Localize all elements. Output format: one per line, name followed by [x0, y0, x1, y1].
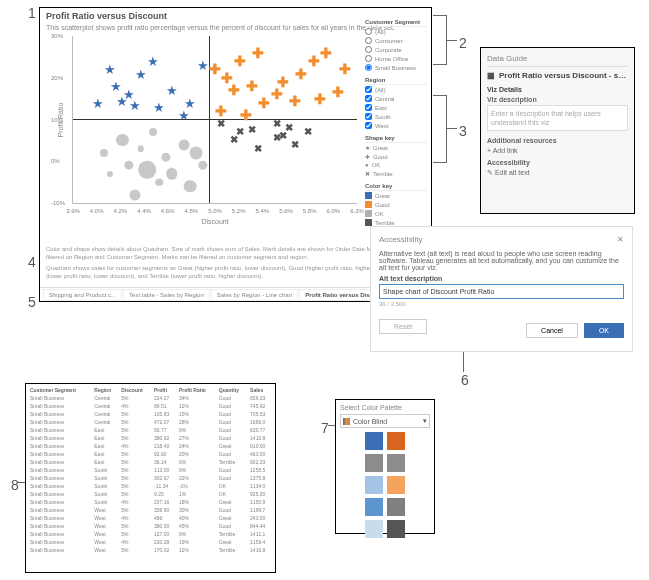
segment-item[interactable]: Small Business	[365, 63, 427, 72]
table-row[interactable]: Small BusinessSouth5%302.6722%Good1375.8	[28, 474, 273, 482]
mark-terrible[interactable]: ✖	[254, 144, 262, 154]
mark-ok[interactable]	[138, 145, 145, 152]
table-row[interactable]: Small BusinessWest5%359.9030%Good1199.7	[28, 506, 273, 514]
mark-terrible[interactable]: ✖	[248, 125, 256, 135]
mark-great[interactable]: ★	[104, 63, 116, 76]
checkbox[interactable]	[365, 95, 372, 102]
segment-item[interactable]: Consumer	[365, 36, 427, 45]
mark-ok[interactable]	[129, 189, 140, 200]
mark-terrible[interactable]: ✖	[304, 127, 312, 137]
table-row[interactable]: Small BusinessWest5%127.009%Terrible1411…	[28, 530, 273, 538]
palette-swatch[interactable]	[365, 432, 383, 450]
mark-good[interactable]: ✚	[339, 62, 351, 76]
region-item[interactable]: West	[365, 121, 427, 130]
table-row[interactable]: Small BusinessCentral4%89.5112%Good745.9…	[28, 402, 273, 410]
table-row[interactable]: Small BusinessWest4%48640%Great243.00	[28, 514, 273, 522]
palette-swatch[interactable]	[365, 476, 383, 494]
radio[interactable]	[365, 46, 372, 53]
palette-swatch[interactable]	[365, 454, 383, 472]
mark-good[interactable]: ✚	[308, 54, 320, 68]
palette-swatch[interactable]	[387, 498, 405, 516]
guide-desc-input[interactable]: Enter a description that helps users und…	[487, 105, 628, 131]
mark-good[interactable]: ✚	[314, 92, 326, 106]
table-row[interactable]: Small BusinessCentral5%472.0728%Good1686…	[28, 418, 273, 426]
table-row[interactable]: Small BusinessEast5%92.6020%Good463.00	[28, 450, 273, 458]
mark-great[interactable]: ★	[178, 109, 190, 122]
mark-ok[interactable]	[166, 168, 178, 180]
palette-swatch[interactable]	[387, 454, 405, 472]
mark-ok[interactable]	[156, 178, 163, 185]
mark-great[interactable]: ★	[110, 80, 122, 93]
tab[interactable]: Shipping and Product c...	[43, 289, 122, 301]
mark-ok[interactable]	[179, 139, 190, 150]
tab[interactable]: Text table - Sales by Region	[123, 289, 210, 301]
alt-text-input[interactable]	[379, 284, 624, 299]
palette-swatch[interactable]	[387, 432, 405, 450]
table-row[interactable]: Small BusinessCentral5%105.8315%Good705.…	[28, 410, 273, 418]
mark-ok[interactable]	[116, 134, 128, 146]
table-row[interactable]: Small BusinessSouth5%113.009%Good1255.5	[28, 466, 273, 474]
mark-great[interactable]: ★	[92, 96, 104, 109]
mark-good[interactable]: ✚	[228, 83, 240, 97]
mark-good[interactable]: ✚	[240, 108, 252, 122]
col-header[interactable]: Profit	[152, 386, 177, 394]
edit-alt-text-button[interactable]: ✎ Edit alt text	[487, 169, 628, 177]
data-table[interactable]: Customer SegmentRegionDiscountProfitProf…	[28, 386, 273, 554]
table-row[interactable]: Small BusinessEast5%380.9227%Good1410.8	[28, 434, 273, 442]
mark-terrible[interactable]: ✖	[217, 119, 225, 129]
palette-swatch[interactable]	[365, 520, 383, 538]
table-row[interactable]: Small BusinessWest5%170.0212%Terrible141…	[28, 546, 273, 554]
radio[interactable]	[365, 28, 372, 35]
table-row[interactable]: Small BusinessSouth5%9.251%OK925.00	[28, 490, 273, 498]
region-item[interactable]: East	[365, 103, 427, 112]
checkbox[interactable]	[365, 86, 372, 93]
mark-good[interactable]: ✚	[252, 46, 264, 60]
table-row[interactable]: Small BusinessEast5%36.146%Terrible602.3…	[28, 458, 273, 466]
mark-great[interactable]: ★	[184, 96, 196, 109]
palette-select[interactable]: Color Blind▾	[340, 414, 430, 428]
table-row[interactable]: Small BusinessSouth4%207.1618%Great1150.…	[28, 498, 273, 506]
table-row[interactable]: Small BusinessEast4%218.4024%Great910.00	[28, 442, 273, 450]
mark-great[interactable]: ★	[197, 59, 209, 72]
close-icon[interactable]: ✕	[617, 235, 624, 244]
checkbox[interactable]	[365, 122, 372, 129]
mark-great[interactable]: ★	[147, 55, 159, 68]
col-header[interactable]: Profit Ratio	[177, 386, 217, 394]
palette-swatch[interactable]	[365, 498, 383, 516]
tab[interactable]: Sales by Region - Line chart	[211, 289, 298, 301]
radio[interactable]	[365, 64, 372, 71]
mark-great[interactable]: ★	[129, 98, 141, 111]
scatter-plot[interactable]: Discount Profit Ratio ★★★★★★★★★★★★★✚✚✚✚✚…	[72, 36, 357, 204]
mark-good[interactable]: ✚	[295, 67, 307, 81]
mark-terrible[interactable]: ✖	[236, 127, 244, 137]
mark-good[interactable]: ✚	[215, 104, 227, 118]
col-header[interactable]: Discount	[119, 386, 152, 394]
table-row[interactable]: Small BusinessWest4%220.2819%Great1159.4	[28, 538, 273, 546]
reset-button[interactable]: Reset	[379, 319, 427, 334]
mark-ok[interactable]	[198, 161, 207, 170]
ok-button[interactable]: OK	[584, 323, 624, 338]
palette-swatch[interactable]	[387, 476, 405, 494]
cancel-button[interactable]: Cancel	[526, 323, 578, 338]
mark-terrible[interactable]: ✖	[285, 123, 293, 133]
mark-great[interactable]: ★	[166, 84, 178, 97]
mark-good[interactable]: ✚	[289, 94, 301, 108]
add-link-button[interactable]: + Add link	[487, 147, 628, 154]
col-header[interactable]: Region	[92, 386, 119, 394]
radio[interactable]	[365, 55, 372, 62]
region-item[interactable]: (All)	[365, 85, 427, 94]
mark-terrible[interactable]: ✖	[273, 119, 281, 129]
mark-ok[interactable]	[190, 146, 203, 159]
radio[interactable]	[365, 37, 372, 44]
mark-ok[interactable]	[124, 161, 133, 170]
mark-good[interactable]: ✚	[234, 54, 246, 68]
table-row[interactable]: Small BusinessSouth5%-11.34-1%OK1134.0	[28, 482, 273, 490]
col-header[interactable]: Quantity	[217, 386, 248, 394]
segment-item[interactable]: (All)	[365, 27, 427, 36]
segment-item[interactable]: Corporate	[365, 45, 427, 54]
table-row[interactable]: Small BusinessCentral5%224.2734%Good659.…	[28, 394, 273, 402]
palette-swatch[interactable]	[387, 520, 405, 538]
mark-good[interactable]: ✚	[277, 75, 289, 89]
mark-great[interactable]: ★	[153, 100, 165, 113]
mark-ok[interactable]	[100, 149, 108, 157]
